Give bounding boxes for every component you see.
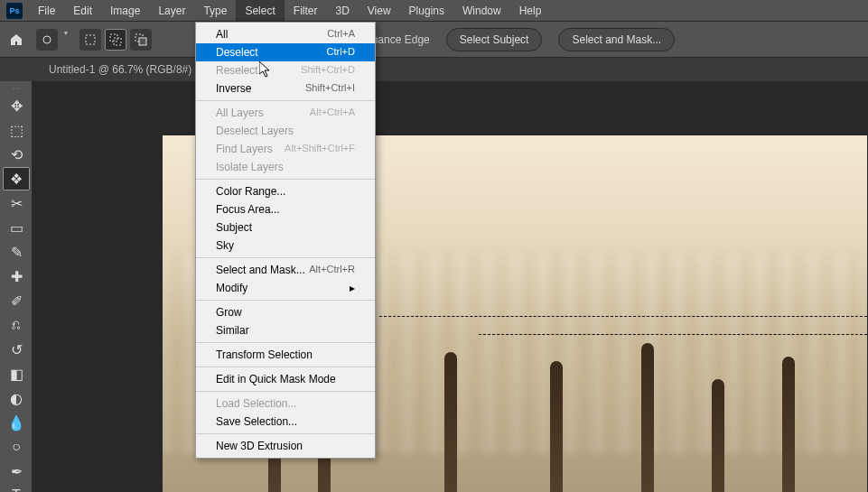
menu-item-color-range[interactable]: Color Range... bbox=[196, 182, 375, 200]
main-area: ⋯ ✥⬚⟲❖✂▭✎✚✐⎌↺◧◐💧○✒T↖ bbox=[0, 81, 868, 492]
ps-logo-icon: Ps bbox=[6, 3, 23, 19]
selection-mode-group bbox=[79, 29, 152, 51]
menu-item-shortcut: Alt+Shift+Ctrl+F bbox=[285, 143, 355, 155]
eraser-tool[interactable]: ◧ bbox=[3, 362, 30, 385]
menu-item-all-layers: All LayersAlt+Ctrl+A bbox=[196, 104, 375, 122]
document-tab[interactable]: Untitled-1 @ 66.7% (RGB/8#) × bbox=[40, 60, 214, 79]
menu-item-sky[interactable]: Sky bbox=[196, 237, 375, 255]
brush-preset-group: ▾ bbox=[36, 29, 70, 51]
menu-item-shortcut: Shift+Ctrl+I bbox=[305, 82, 355, 95]
menu-3d[interactable]: 3D bbox=[326, 0, 358, 21]
crop-tool[interactable]: ✂ bbox=[3, 191, 30, 215]
select-menu-dropdown: AllCtrl+ADeselectCtrl+DReselectShift+Ctr… bbox=[195, 22, 376, 459]
menu-filter[interactable]: Filter bbox=[285, 0, 327, 21]
brush-tool[interactable]: ✐ bbox=[3, 289, 30, 312]
svg-point-0 bbox=[43, 36, 51, 43]
home-icon bbox=[9, 32, 23, 47]
move-tool[interactable]: ✥ bbox=[3, 94, 30, 117]
menu-window[interactable]: Window bbox=[453, 0, 510, 21]
menu-item-edit-in-quick-mask-mode[interactable]: Edit in Quick Mask Mode bbox=[196, 370, 375, 388]
menu-item-label: Inverse bbox=[216, 82, 251, 95]
marquee-tool[interactable]: ⬚ bbox=[3, 118, 30, 142]
menu-item-label: Color Range... bbox=[216, 185, 285, 198]
menu-select[interactable]: Select bbox=[236, 0, 284, 21]
menu-item-subject[interactable]: Subject bbox=[196, 218, 375, 237]
menu-item-modify[interactable]: Modify bbox=[196, 279, 375, 297]
menu-item-label: Find Layers bbox=[216, 143, 273, 155]
menu-item-similar[interactable]: Similar bbox=[196, 321, 375, 339]
new-selection-icon[interactable] bbox=[79, 29, 101, 51]
menu-item-label: Isolate Layers bbox=[216, 161, 284, 173]
brush-preset-icon[interactable] bbox=[36, 29, 58, 51]
menu-item-deselect-layers: Deselect Layers bbox=[196, 122, 375, 140]
stamp-tool[interactable]: ⎌ bbox=[3, 313, 30, 337]
menu-separator bbox=[196, 300, 375, 301]
select-subject-button[interactable]: Select Subject bbox=[446, 28, 543, 51]
healing-tool[interactable]: ✚ bbox=[3, 265, 30, 288]
menu-item-select-and-mask[interactable]: Select and Mask...Alt+Ctrl+R bbox=[196, 261, 375, 279]
menu-item-inverse[interactable]: InverseShift+Ctrl+I bbox=[196, 79, 375, 97]
menu-layer[interactable]: Layer bbox=[149, 0, 194, 21]
menu-separator bbox=[196, 391, 375, 392]
menu-item-shortcut: Alt+Ctrl+A bbox=[310, 107, 355, 119]
menu-item-focus-area[interactable]: Focus Area... bbox=[196, 200, 375, 218]
subtract-selection-icon[interactable] bbox=[130, 29, 152, 51]
type-tool[interactable]: T bbox=[3, 484, 30, 492]
menu-item-grow[interactable]: Grow bbox=[196, 303, 375, 321]
menu-item-label: Load Selection... bbox=[216, 397, 296, 410]
menu-item-all[interactable]: AllCtrl+A bbox=[196, 25, 375, 43]
quick-select-tool[interactable]: ❖ bbox=[3, 167, 30, 190]
menu-item-save-selection[interactable]: Save Selection... bbox=[196, 413, 375, 431]
menu-item-reselect: ReselectShift+Ctrl+D bbox=[196, 61, 375, 79]
menu-item-label: Deselect Layers bbox=[216, 125, 294, 137]
menu-separator bbox=[196, 100, 375, 101]
document-tab-label: Untitled-1 @ 66.7% (RGB/8#) bbox=[49, 63, 191, 76]
menu-item-label: All bbox=[216, 28, 228, 41]
menu-plugins[interactable]: Plugins bbox=[400, 0, 453, 21]
menu-file[interactable]: File bbox=[29, 0, 64, 21]
frame-tool[interactable]: ▭ bbox=[3, 216, 30, 239]
menu-item-shortcut: Alt+Ctrl+R bbox=[309, 264, 355, 276]
home-button[interactable] bbox=[5, 29, 27, 51]
add-selection-icon[interactable] bbox=[105, 29, 126, 51]
menubar: Ps File Edit Image Layer Type Select Fil… bbox=[0, 0, 868, 22]
pen-tool[interactable]: ✒ bbox=[3, 460, 30, 483]
dodge-tool[interactable]: ○ bbox=[3, 435, 30, 459]
svg-rect-1 bbox=[86, 35, 95, 44]
menu-separator bbox=[196, 433, 375, 434]
document-tabbar: Untitled-1 @ 66.7% (RGB/8#) × bbox=[0, 58, 868, 81]
select-and-mask-button[interactable]: Select and Mask... bbox=[558, 28, 675, 51]
menu-item-label: Save Selection... bbox=[216, 415, 297, 428]
menu-item-shortcut: Ctrl+D bbox=[327, 46, 355, 59]
menu-item-load-selection: Load Selection... bbox=[196, 395, 375, 413]
history-brush-tool[interactable]: ↺ bbox=[3, 338, 30, 361]
dropdown-caret-icon[interactable]: ▾ bbox=[64, 29, 68, 51]
menu-item-new-3d-extrusion[interactable]: New 3D Extrusion bbox=[196, 437, 375, 455]
menu-item-label: Edit in Quick Mask Mode bbox=[216, 373, 336, 385]
menu-edit[interactable]: Edit bbox=[64, 0, 101, 21]
selection-marching-ants bbox=[479, 334, 867, 388]
menu-item-label: Deselect bbox=[216, 46, 258, 59]
menu-view[interactable]: View bbox=[359, 0, 400, 21]
menu-item-deselect[interactable]: DeselectCtrl+D bbox=[196, 43, 375, 61]
menu-item-label: Modify bbox=[216, 282, 247, 294]
lasso-tool[interactable]: ⟲ bbox=[3, 143, 30, 166]
tools-panel: ⋯ ✥⬚⟲❖✂▭✎✚✐⎌↺◧◐💧○✒T↖ bbox=[0, 81, 33, 492]
menu-type[interactable]: Type bbox=[194, 0, 236, 21]
eyedropper-tool[interactable]: ✎ bbox=[3, 240, 30, 264]
menu-item-isolate-layers: Isolate Layers bbox=[196, 158, 375, 176]
menu-item-shortcut: Shift+Ctrl+D bbox=[301, 64, 355, 77]
menu-item-label: Select and Mask... bbox=[216, 264, 305, 276]
menu-help[interactable]: Help bbox=[510, 0, 551, 21]
canvas-content bbox=[712, 379, 724, 492]
gradient-tool[interactable]: ◐ bbox=[3, 386, 30, 410]
menu-image[interactable]: Image bbox=[101, 0, 149, 21]
menu-item-transform-selection[interactable]: Transform Selection bbox=[196, 346, 375, 364]
menu-item-label: New 3D Extrusion bbox=[216, 440, 303, 452]
toolbar-drag-handle[interactable]: ⋯ bbox=[0, 85, 32, 90]
menu-separator bbox=[196, 257, 375, 258]
menu-item-find-layers: Find LayersAlt+Shift+Ctrl+F bbox=[196, 140, 375, 158]
blur-tool[interactable]: 💧 bbox=[3, 411, 30, 434]
canvas-content bbox=[444, 352, 457, 492]
menu-item-label: Sky bbox=[216, 239, 234, 252]
